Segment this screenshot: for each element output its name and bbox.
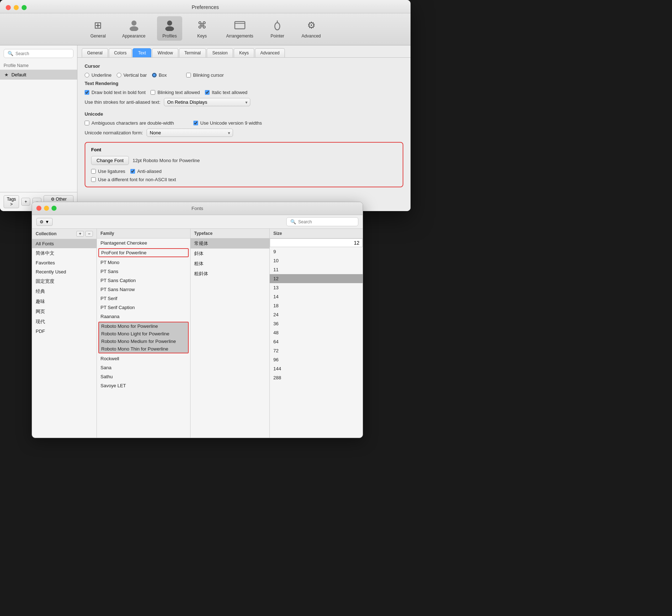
fonts-close-button[interactable] [36, 206, 41, 211]
size-item-288[interactable]: 288 [270, 373, 363, 382]
family-item-pt-sans-narrow[interactable]: PT Sans Narrow [97, 285, 190, 294]
family-item-roboto-mono-light[interactable]: Roboto Mono Light for Powerline [98, 330, 189, 338]
size-item-10[interactable]: 10 [270, 256, 363, 265]
size-item-64[interactable]: 64 [270, 337, 363, 346]
family-item-pt-serif[interactable]: PT Serif [97, 294, 190, 303]
unicode-version-label: Use Unicode version 9 widths [200, 120, 262, 126]
tab-text[interactable]: Text [133, 48, 151, 57]
size-item-11[interactable]: 11 [270, 265, 363, 274]
size-item-48[interactable]: 48 [270, 328, 363, 337]
toolbar-item-arrangements[interactable]: Arrangements [222, 16, 257, 41]
size-item-144[interactable]: 144 [270, 364, 363, 373]
typeface-item-bold-italic[interactable]: 粗斜体 [191, 269, 269, 279]
family-item-plantagenet[interactable]: Plantagenet Cherokee [97, 238, 190, 247]
anti-aliased-checkbox[interactable] [130, 169, 135, 174]
size-item-14[interactable]: 14 [270, 292, 363, 301]
tab-window[interactable]: Window [152, 48, 178, 57]
toolbar: ⊞ General Appearance Profiles ⌘ Keys Arr… [0, 13, 411, 45]
cursor-verticalbar-radio[interactable] [117, 73, 121, 77]
family-item-roboto-mono[interactable]: Roboto Mono for Powerline [98, 322, 189, 330]
anti-aliased-label: Anti-aliased [137, 169, 162, 174]
family-item-profont[interactable]: ProFont for Powerline [98, 248, 189, 257]
tab-session[interactable]: Session [207, 48, 233, 57]
size-item-36[interactable]: 36 [270, 319, 363, 328]
minimize-button[interactable] [14, 5, 19, 10]
family-item-sathu[interactable]: Sathu [97, 372, 190, 381]
sidebar-search-box[interactable]: 🔍 [4, 49, 73, 58]
maximize-button[interactable] [22, 5, 27, 10]
unicode-norm-dropdown[interactable]: None [147, 129, 233, 137]
ligatures-checkbox[interactable] [91, 169, 96, 174]
family-item-savoye[interactable]: Savoye LET [97, 381, 190, 390]
profile-item-default[interactable]: ★ Default [0, 70, 77, 80]
tags-button[interactable]: Tags > [4, 195, 19, 208]
size-item-13[interactable]: 13 [270, 283, 363, 292]
size-item-72[interactable]: 72 [270, 346, 363, 355]
toolbar-item-pointer[interactable]: Pointer [265, 16, 290, 41]
cursor-underline-radio[interactable] [85, 73, 89, 77]
svg-point-2 [167, 21, 172, 26]
collection-item-modern[interactable]: 现代 [32, 317, 97, 327]
italic-text-checkbox[interactable] [205, 90, 210, 95]
family-item-sana[interactable]: Sana [97, 363, 190, 372]
collection-item-simplified-chinese[interactable]: 简体中文 [32, 248, 97, 258]
size-input[interactable] [270, 238, 363, 247]
collection-item-fun[interactable]: 趣味 [32, 296, 97, 307]
tab-keys[interactable]: Keys [234, 48, 254, 57]
tab-advanced[interactable]: Advanced [255, 48, 285, 57]
profiles-icon [163, 18, 176, 32]
toolbar-item-profiles[interactable]: Profiles [157, 16, 182, 41]
blinking-text-checkbox[interactable] [151, 90, 155, 95]
typeface-item-italic[interactable]: 斜体 [191, 249, 269, 259]
fonts-maximize-button[interactable] [51, 206, 57, 211]
fonts-search-box[interactable]: 🔍 [286, 217, 358, 226]
add-profile-button[interactable]: + [21, 198, 30, 206]
size-item-18[interactable]: 18 [270, 301, 363, 310]
thin-strokes-dropdown[interactable]: On Retina Displays [164, 98, 250, 106]
collection-item-classic[interactable]: 经典 [32, 286, 97, 296]
typeface-item-regular[interactable]: 常规体 [191, 238, 269, 249]
family-item-roboto-mono-medium[interactable]: Roboto Mono Medium for Powerline [98, 338, 189, 345]
size-item-12[interactable]: 12 [270, 274, 363, 283]
family-item-pt-serif-caption[interactable]: PT Serif Caption [97, 303, 190, 312]
fonts-minimize-button[interactable] [44, 206, 49, 211]
italic-text-label: Italic text allowed [212, 90, 247, 95]
arrangements-icon [233, 18, 247, 32]
collection-add-button[interactable]: + [76, 231, 84, 237]
collection-item-web[interactable]: 网页 [32, 307, 97, 317]
toolbar-item-appearance[interactable]: Appearance [118, 16, 150, 41]
collection-item-favorites[interactable]: Favorites [32, 258, 97, 267]
size-item-9[interactable]: 9 [270, 247, 363, 256]
fonts-gear-button[interactable]: ⚙ ▼ [36, 218, 53, 226]
size-item-24[interactable]: 24 [270, 310, 363, 319]
tab-colors[interactable]: Colors [109, 48, 132, 57]
size-item-96[interactable]: 96 [270, 355, 363, 364]
family-item-pt-sans-caption[interactable]: PT Sans Caption [97, 276, 190, 285]
fonts-search-input[interactable] [298, 219, 354, 224]
family-item-pt-mono[interactable]: PT Mono [97, 258, 190, 267]
family-item-roboto-mono-thin[interactable]: Roboto Mono Thin for Powerline [98, 345, 189, 353]
toolbar-item-keys[interactable]: ⌘ Keys [189, 16, 215, 41]
tab-general[interactable]: General [82, 48, 108, 57]
close-button[interactable] [6, 5, 11, 10]
change-font-button[interactable]: Change Font [91, 156, 129, 165]
ambiguous-checkbox[interactable] [85, 121, 89, 125]
blinking-cursor-checkbox[interactable] [186, 73, 191, 77]
toolbar-item-general[interactable]: ⊞ General [85, 16, 111, 41]
family-item-pt-sans[interactable]: PT Sans [97, 267, 190, 276]
cursor-box-radio[interactable] [152, 73, 157, 77]
toolbar-item-advanced[interactable]: ⚙ Advanced [297, 16, 325, 41]
collection-item-fixed-width[interactable]: 固定宽度 [32, 276, 97, 286]
unicode-version-checkbox[interactable] [193, 121, 198, 125]
draw-bold-checkbox[interactable] [85, 90, 89, 95]
family-item-raanana[interactable]: Raanana [97, 312, 190, 321]
different-font-checkbox[interactable] [91, 177, 96, 182]
collection-item-pdf[interactable]: PDF [32, 327, 97, 336]
sidebar-search-input[interactable] [15, 51, 70, 56]
tab-terminal[interactable]: Terminal [179, 48, 206, 57]
family-item-rockwell[interactable]: Rockwell [97, 354, 190, 363]
collection-remove-button[interactable]: − [85, 231, 93, 237]
collection-item-allfonts[interactable]: All Fonts [32, 239, 97, 248]
collection-item-recently-used[interactable]: Recently Used [32, 267, 97, 276]
typeface-item-bold[interactable]: 粗体 [191, 259, 269, 269]
